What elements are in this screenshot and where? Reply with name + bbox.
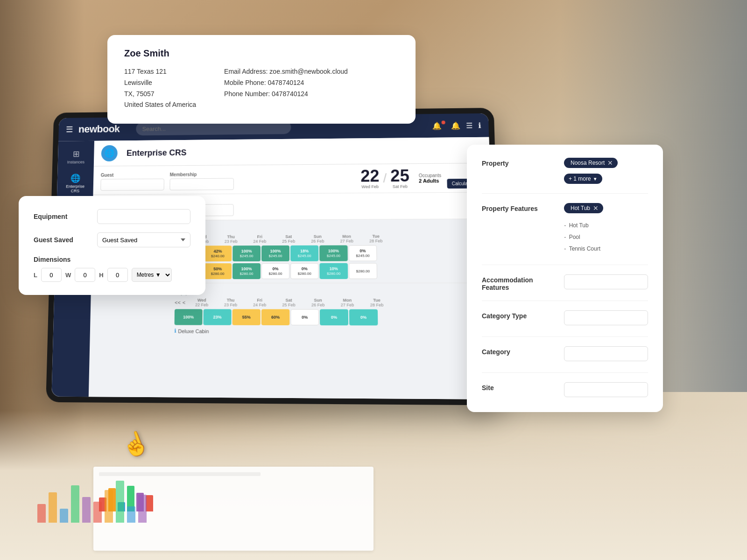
h-input[interactable] [107,268,128,282]
equipment-row: Equipment [34,209,190,224]
hamburger-icon[interactable]: ☰ [66,125,73,134]
mobile-line: Mobile Phone: 0478740124 [224,77,348,89]
equipment-input[interactable] [97,209,190,224]
instances-icon: ⊞ [63,149,89,159]
cal-cell[interactable]: 18%$245.00 [290,245,318,261]
accommodation-features-row: Accommodation Features [482,274,648,291]
hot-tub-tag[interactable]: Hot Tub ✕ [564,203,603,213]
cal-cell[interactable]: 0%$280.00 [290,263,318,279]
list-icon[interactable]: ☰ [466,121,473,130]
cal-header-sun2: Sun26 Feb [303,298,333,307]
cal-header-tue: Tue28 Feb [361,234,391,243]
site-input[interactable] [564,382,648,397]
w-label: W [65,272,71,279]
hot-tub-tag-label: Hot Tub [571,205,590,211]
cal-cell[interactable]: 100%$245.00 [261,245,289,261]
cal-header-fri2: Fri24 Feb [245,298,274,307]
property-filter-row: Property Noosa Resort ✕ + 1 more ▼ [482,158,648,184]
address-line1: 117 Texas 121 [124,66,196,77]
cal-cells-broadbeach: 100% 23% 55% 60% 0% 0% 0% [175,309,488,326]
noosa-tag-label: Noosa Resort [571,160,605,166]
property-features-label: Property Features [482,203,557,212]
contact-name: Zoe Smith [124,48,399,59]
cal-cell[interactable]: 100%$245.00 [319,245,348,261]
globe-icon: 🌐 [101,145,118,161]
membership-label: Membership [170,172,234,177]
cal-cell-broad[interactable]: 0% [349,309,378,326]
cal-cell[interactable]: 42%$240.00 [204,245,232,261]
category-input[interactable] [564,346,648,361]
phone-line: Phone Number: 0478740124 [224,89,348,100]
search-form: Guest Membership 22 Wed [93,163,490,195]
membership-input[interactable] [169,178,234,190]
category-type-input[interactable] [564,310,648,325]
cal-cell[interactable]: $280.00 [349,263,377,279]
property-tags: Noosa Resort ✕ + 1 more ▼ [564,158,648,184]
more-properties-tag[interactable]: + 1 more ▼ [564,174,602,184]
sidebar-instances-label: Instances [67,160,85,164]
cal-header-sun: Sun26 Feb [303,234,332,244]
noosa-resort-tag[interactable]: Noosa Resort ✕ [564,158,618,168]
hot-tub-tag-close[interactable]: ✕ [593,205,599,211]
guest-input[interactable] [100,179,164,191]
dimensions-section: Dimensions L W H Metres ▼ Feet [34,256,190,282]
site-value [564,382,648,397]
category-type-label: Category Type [482,310,557,320]
contact-card: Zoe Smith 117 Texas 121 Lewisville TX, 7… [107,35,416,124]
sidebar-item-enterprise-crs[interactable]: 🌐 Enterprise CRS [61,169,90,197]
main-content-header: 🌐 Enterprise CRS [94,137,490,167]
feature-label-1: Hot Tub [569,221,589,231]
address-line2: Lewisville [124,77,196,89]
accommodation-features-input[interactable] [564,274,648,289]
site-row: Site [482,382,648,399]
guest-label: Guest [101,172,164,178]
cal-cell-broad[interactable]: 0% [290,309,319,326]
sidebar-item-instances[interactable]: ⊞ Instances [61,146,91,168]
cal-header-sat2: Sat25 Feb [274,298,303,307]
bullet-3: - [564,243,566,255]
sidebar-enterprise-label: Enterprise CRS [66,184,85,194]
noosa-tag-close[interactable]: ✕ [607,160,613,166]
cal-cell-broad[interactable]: 100% [175,309,203,325]
cal-cell[interactable]: 100%$280.00 [233,263,261,279]
cal-cell-broad[interactable]: 0% [320,309,348,326]
cal-cells-row1: 50%$270.00 42%$240.00 100%$245.00 100%$2… [175,245,486,262]
date-from: 22 Wed Feb [360,168,380,189]
cal-cells-row2: 0%$330.00 50%$280.00 100%$280.00 0%$280.… [175,263,487,279]
cal2-prev[interactable]: < [183,300,186,305]
notification-icon[interactable]: 🔔 [432,121,446,130]
unit-select[interactable]: Metres ▼ Feet [132,268,172,282]
alert-icon[interactable]: 🔔 [451,121,461,130]
guest-saved-row: Guest Saved Guest Saved [34,232,190,247]
cal-cell[interactable]: 0%$280.00 [261,263,289,279]
category-type-row: Category Type [482,310,648,327]
mobile-value: 0478740124 [268,79,304,86]
cal-cell[interactable]: 10%$280.00 [319,263,348,279]
cal-cell-broad[interactable]: 60% [261,309,290,325]
more-tag-label: + 1 more [569,175,591,182]
cal-cell[interactable]: 100%$245.00 [233,245,261,261]
category-row: Category [482,346,648,363]
page-title: Enterprise CRS [127,148,187,158]
occupants-display: Occupants 2 Adults [419,173,442,183]
category-value [564,346,648,361]
l-input[interactable] [41,268,62,282]
date-range: 22 Wed Feb / 25 [360,168,441,189]
cal2-prev-prev[interactable]: << [175,300,181,305]
info-icon[interactable]: ℹ [478,121,481,130]
cal-cell-broad[interactable]: 23% [203,309,231,325]
dimensions-label: Dimensions [34,256,190,263]
w-input[interactable] [75,268,95,282]
feature-item-3: - Tennis Court [564,243,648,255]
cal-headers-2: Wed22 Feb Thu23 Feb Fri24 Feb Sat25 Feb … [187,298,392,307]
contact-body: 117 Texas 121 Lewisville TX, 75057 Unite… [124,66,399,111]
guest-saved-select[interactable]: Guest Saved [97,232,190,247]
enterprise-icon: 🌐 [63,173,88,183]
equipment-label: Equipment [34,213,90,220]
site-label: Site [482,382,557,392]
cal-cell[interactable]: 50%$280.00 [204,263,232,279]
cal-cell-broad[interactable]: 55% [233,309,261,325]
guest-field: Guest [100,172,164,191]
more-tag-chevron-icon: ▼ [593,176,598,182]
cal-cell[interactable]: 0%$245.00 [349,245,377,261]
